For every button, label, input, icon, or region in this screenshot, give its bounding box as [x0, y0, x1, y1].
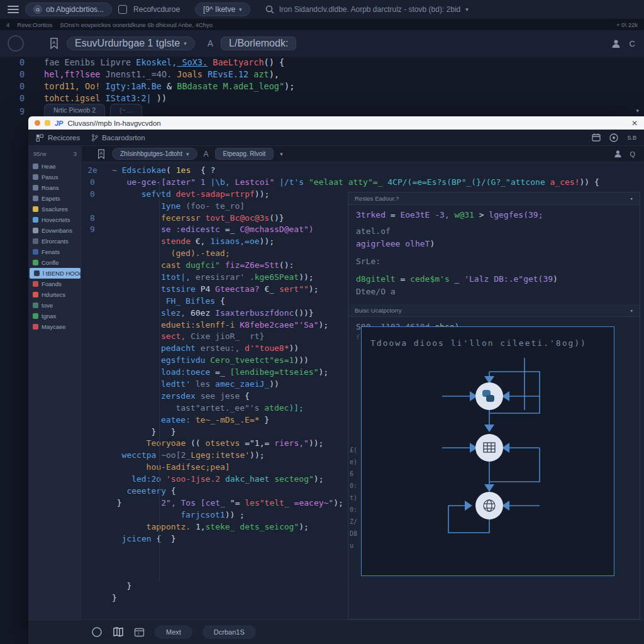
- editor-tab[interactable]: Nrtic Picwob 2: [44, 104, 105, 116]
- next-button[interactable]: Mext: [155, 625, 192, 639]
- node-python[interactable]: [475, 382, 503, 410]
- code-token: zersdex: [161, 391, 201, 401]
- diagram-caption: Tdoowa dioos li'llon cileeti.'8og)): [370, 338, 587, 348]
- code-token: d'"toue8*: [245, 343, 289, 353]
- sidebar-item-icon: [33, 228, 38, 233]
- screen: G ob Abgidcbrtios... Recofvcduroe [9^ Ik…: [0, 0, 644, 644]
- node-table[interactable]: [475, 434, 503, 462]
- code-token: atel.of: [356, 226, 391, 236]
- inspector-panel: Restes Eadour.? ▾ 3trked = Eoe3tE -3, w@…: [348, 192, 640, 619]
- code-token: 1yne: [161, 201, 186, 211]
- calendar-icon[interactable]: 7: [134, 627, 145, 637]
- line-number: [82, 355, 103, 367]
- sidebar-item[interactable]: Foands: [28, 279, 82, 289]
- code-token: );: [318, 320, 328, 330]
- code-token: ));: [255, 189, 269, 199]
- close-icon[interactable]: ✕: [631, 119, 638, 128]
- window-close-traffic-light[interactable]: [35, 120, 40, 126]
- inspector-section-header[interactable]: Buisc Ucatpctorry ▾: [348, 304, 640, 317]
- sidebar-item[interactable]: Confle: [28, 257, 82, 268]
- mode-input-value: L/Borlemodk:: [229, 38, 288, 49]
- version-dropdown[interactable]: [9^ Iketve ▾: [195, 3, 250, 16]
- gear-icon[interactable]: [609, 133, 618, 142]
- code-token: ())}: [294, 308, 313, 318]
- menu-item-branch[interactable]: Bacarodsrton: [91, 134, 145, 142]
- sidebar-item[interactable]: Roans: [28, 182, 82, 193]
- code-token: ));: [299, 272, 313, 282]
- bookmark-icon[interactable]: A: [97, 149, 106, 159]
- code-token: >: [479, 210, 489, 219]
- code-token: {: [220, 296, 225, 306]
- sidebar-item[interactable]: Maycaee: [28, 321, 82, 332]
- sidebar-item[interactable]: Pasus: [28, 172, 82, 182]
- code-token: tord11, Oo!: [44, 81, 106, 91]
- code-token: ));: [260, 236, 274, 246]
- code-token: w@31: [450, 210, 479, 219]
- line-number: [82, 319, 103, 331]
- user-icon[interactable]: [611, 39, 621, 48]
- details-button[interactable]: Dcrban1S: [203, 625, 256, 639]
- code-token: ~: [112, 165, 122, 175]
- code-token: cede$m's: [410, 274, 450, 284]
- branch-selector-pill[interactable]: EsuvUrdurbgae 1 tglste ▾: [67, 36, 195, 50]
- sidebar-item-icon: [33, 292, 38, 297]
- flow-diagram-panel: Tdoowa dioos li'llon cileeti.'8og)): [361, 326, 614, 576]
- code-token: )) ;: [225, 510, 245, 519]
- mode-input[interactable]: L/Borlemodk:: [221, 36, 296, 50]
- line-number: 8: [82, 213, 103, 225]
- global-search[interactable]: Iron Sidandclv.dldbe. Aorpb darctrulz - …: [265, 5, 469, 14]
- user-icon[interactable]: [614, 150, 622, 158]
- report-pill[interactable]: Etpeapg. Rlvoit: [215, 148, 274, 160]
- chevron-down-icon[interactable]: ▾: [631, 108, 644, 116]
- app-account-pill[interactable]: G ob Abgidcbrtios...: [25, 3, 112, 16]
- node-globe[interactable]: [475, 492, 503, 519]
- sidebar-item[interactable]: Eovwnbans: [28, 225, 82, 236]
- inspector-header[interactable]: Restes Eadour.? ▾: [348, 192, 640, 205]
- code-token: €_: [264, 284, 279, 294]
- sidebar-item[interactable]: l tBEND HOOd: [30, 268, 80, 279]
- code-token: amec_zaeiJ_: [215, 379, 269, 389]
- clock-icon[interactable]: [8, 35, 24, 52]
- sidebar-item[interactable]: Hdurtecs: [28, 289, 82, 300]
- code-token: Ekoskel,: [136, 57, 177, 67]
- sidebar-item[interactable]: tove: [28, 300, 82, 311]
- sidebar-item[interactable]: Eapets: [28, 193, 82, 204]
- sidebar-item[interactable]: tgnas: [28, 311, 82, 321]
- line-number: [82, 592, 103, 604]
- hamburger-menu-icon[interactable]: [8, 6, 19, 13]
- sidebar-item[interactable]: Hovecrtets: [28, 214, 82, 225]
- window-minimize-traffic-light[interactable]: [45, 120, 50, 126]
- letter-a-icon[interactable]: A: [208, 38, 213, 48]
- window-titlebar[interactable]: JP Cluvasn//mpb In-havgvcvdon ✕: [28, 116, 644, 130]
- chevron-down-icon: ▾: [184, 40, 187, 47]
- sidebar-item[interactable]: Fenats: [28, 247, 82, 257]
- sidebar-item[interactable]: Elrorcants: [28, 236, 82, 247]
- bookmark-icon[interactable]: A: [49, 38, 59, 49]
- info-left-label: Reve:Oorttos: [17, 21, 52, 28]
- line-number: 0: [0, 57, 44, 69]
- editor-tab-ghost[interactable]: (~....: [110, 104, 142, 116]
- letter-a-icon[interactable]: A: [204, 150, 209, 158]
- circle-icon[interactable]: [91, 626, 103, 638]
- scope-selector-pill[interactable]: Zhlsinhbgutges-1dtoht ▾: [112, 148, 197, 160]
- svg-text:A: A: [99, 150, 103, 155]
- sidebar-item[interactable]: Heae: [28, 161, 82, 172]
- map-book-icon[interactable]: [113, 627, 124, 637]
- line-number: [82, 462, 103, 474]
- menu-item-records[interactable]: Recicores: [36, 134, 80, 142]
- sidebar-item-label: Confle: [42, 259, 58, 266]
- code-token: M.ade1_leog": [218, 81, 284, 91]
- calendar-icon[interactable]: [592, 133, 601, 142]
- code-token: () {: [264, 57, 285, 67]
- inspector-line: Dtee/O a: [356, 287, 632, 301]
- sidebar-item-label: Hovecrtets: [42, 216, 70, 223]
- square-tool-icon[interactable]: [118, 5, 127, 14]
- code-token: 1isaos,=oe: [210, 236, 259, 246]
- info-right-stats: + 0\ 22k: [616, 21, 638, 28]
- chevron-down-icon[interactable]: ▾: [280, 151, 283, 157]
- code-token: ()}: [269, 213, 284, 223]
- sidebar-item[interactable]: Ssaclures: [28, 204, 82, 214]
- outer-code-line: 0tord11, Oo! Igty:1aR.Be & BBdasate M.ad…: [0, 80, 644, 92]
- sidebar-item-icon: [33, 313, 38, 319]
- code-token: |/t's: [274, 177, 309, 187]
